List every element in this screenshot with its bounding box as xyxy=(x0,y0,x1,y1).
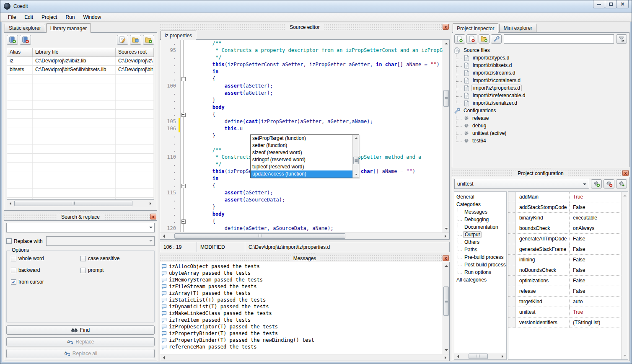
library-table[interactable]: AliasLibrary fileSources root izC:\Dev\d… xyxy=(7,48,154,200)
add-library-button[interactable] xyxy=(7,35,18,45)
category-others[interactable]: Others xyxy=(455,238,505,246)
inspector-filter-input[interactable] xyxy=(504,34,614,44)
category-pre-build-process[interactable]: Pre-build process xyxy=(455,253,505,261)
remove-library-button[interactable] xyxy=(20,35,31,45)
property-row[interactable]: releaseFalse xyxy=(508,286,621,297)
message-item[interactable]: izPropertyBinder(T) passed the newBindin… xyxy=(161,337,443,343)
fold-gutter[interactable] xyxy=(181,218,186,225)
column-header-library-file[interactable]: Library file xyxy=(33,48,116,57)
property-value[interactable]: (TStringList) xyxy=(570,318,621,328)
scroll-left-icon[interactable] xyxy=(7,200,13,207)
property-row[interactable]: boundsCheckonAlways xyxy=(508,223,621,234)
message-item[interactable]: izDynamicList(T) passed the tests xyxy=(161,303,443,310)
scroll-left-icon[interactable] xyxy=(160,354,167,361)
menu-item-run[interactable]: Run xyxy=(61,13,79,21)
completion-item[interactable]: updateAccess (function) xyxy=(251,170,352,178)
chevron-down-icon[interactable] xyxy=(149,227,153,230)
property-value[interactable]: onAlways xyxy=(570,223,621,233)
message-item[interactable]: izMemoryStream passed the tests xyxy=(161,276,443,283)
property-value[interactable]: False xyxy=(570,276,621,286)
fold-gutter[interactable] xyxy=(181,182,186,189)
scroll-up-icon[interactable] xyxy=(353,135,360,141)
menu-item-window[interactable]: Window xyxy=(79,13,105,21)
project-inspector-tree[interactable]: Source filesimport\iz\types.dimport\iz\b… xyxy=(452,45,629,146)
column-header-alias[interactable]: Alias xyxy=(7,48,33,57)
checkbox-case-sensitive[interactable]: case sensitive xyxy=(80,256,150,261)
property-row[interactable]: targetKindauto xyxy=(508,297,621,307)
messages-hscrollbar[interactable] xyxy=(160,354,449,361)
add-source-button[interactable] xyxy=(454,34,465,44)
category-categories[interactable]: Categories xyxy=(455,201,505,208)
property-row[interactable]: unittestTrue xyxy=(508,307,621,318)
table-row[interactable]: izC:\Dev\dproj\iz\lib\iz.libC:\Dev\dproj… xyxy=(7,57,154,66)
property-value[interactable]: executable xyxy=(570,213,621,223)
message-item[interactable]: izArray(T) passed the tests xyxy=(161,290,443,297)
tab-mini-explorer[interactable]: Mini explorer xyxy=(499,24,536,32)
column-header-sources-root[interactable]: Sources root xyxy=(116,48,154,57)
completion-item[interactable]: tupleof (reserved word) xyxy=(251,163,352,170)
code-area[interactable]: . /**95 * Constructs a property descript… xyxy=(160,40,443,232)
checkbox-whole-word[interactable]: whole word xyxy=(11,256,80,261)
checkbox-from-cursor[interactable]: ✔from cursor xyxy=(11,279,80,285)
search-input[interactable] xyxy=(6,223,155,232)
scroll-down-icon[interactable] xyxy=(443,226,449,232)
clone-configuration-button[interactable] xyxy=(616,179,627,188)
grid-vscrollbar[interactable] xyxy=(621,192,628,359)
checkbox-prompt[interactable]: prompt xyxy=(80,267,150,273)
menu-item-file[interactable]: File xyxy=(4,13,20,21)
scroll-right-icon[interactable] xyxy=(443,233,449,240)
replace-all-button[interactable]: bReplace all xyxy=(6,349,155,358)
clear-filter-button[interactable] xyxy=(616,34,627,44)
tree-item-import-iz-properties-d[interactable]: import\iz\properties.d xyxy=(454,84,627,92)
table-row[interactable]: bitsetsC:\Dev\dproj\bitSet\lib\bitsets.l… xyxy=(7,66,154,75)
property-row[interactable]: binaryKindexecutable xyxy=(508,213,621,223)
category-documentation[interactable]: Documentation xyxy=(455,223,505,231)
editor-vscrollbar[interactable] xyxy=(443,40,449,232)
restore-button[interactable] xyxy=(605,0,617,8)
completion-item[interactable]: sizeof (reserved word) xyxy=(251,149,352,156)
completion-item[interactable]: setter (function) xyxy=(251,142,352,149)
fold-gutter[interactable] xyxy=(181,75,186,83)
message-item[interactable]: izTreeItem passed the tests xyxy=(161,317,443,323)
remove-configuration-button[interactable] xyxy=(604,179,614,188)
property-value[interactable]: False xyxy=(570,202,621,212)
tab-iz-properties[interactable]: iz.properties xyxy=(161,31,196,40)
tree-item-import-iz-streams-d[interactable]: import\iz\streams.d xyxy=(454,69,627,77)
tree-item-debug[interactable]: debug xyxy=(454,122,627,129)
edit-library-button[interactable] xyxy=(117,35,128,45)
configuration-select[interactable]: unittest xyxy=(454,179,589,189)
message-item[interactable]: izFileStream passed the tests xyxy=(161,283,443,290)
find-button[interactable]: Find xyxy=(6,325,155,335)
minimize-button[interactable] xyxy=(593,0,605,8)
scroll-down-icon[interactable] xyxy=(443,347,449,354)
remove-source-button[interactable] xyxy=(466,34,477,44)
scroll-left-icon[interactable] xyxy=(160,233,167,240)
property-value[interactable]: True xyxy=(570,307,621,317)
replace-button[interactable]: bReplace xyxy=(6,337,155,346)
category-general[interactable]: General xyxy=(455,193,505,201)
message-item[interactable]: referenceMan passed the tests xyxy=(161,343,443,350)
scroll-right-icon[interactable] xyxy=(443,354,449,361)
message-item[interactable]: izStaticList(T) passed the tests xyxy=(161,297,443,303)
add-library-folder-button[interactable] xyxy=(143,35,154,45)
category-post-build-process[interactable]: Post-build process xyxy=(455,261,505,268)
tab-static-explorer[interactable]: Static explorer xyxy=(5,24,45,32)
tree-item-import-iz-serializer-d[interactable]: import\iz\serializer.d xyxy=(454,99,627,107)
tab-library-manager[interactable]: Library manager xyxy=(46,23,91,33)
project-configuration-close-button[interactable]: x xyxy=(622,170,629,176)
messages-list[interactable]: izAllocObject passed the testsubyteArray… xyxy=(160,262,443,354)
message-item[interactable]: ubyteArray passed the tests xyxy=(161,270,443,276)
scroll-up-icon[interactable] xyxy=(443,40,449,46)
library-table-hscrollbar[interactable] xyxy=(7,200,154,207)
property-value[interactable]: False xyxy=(570,244,621,254)
scroll-right-icon[interactable] xyxy=(500,353,506,360)
scroll-left-icon[interactable] xyxy=(454,353,461,360)
category-run-options[interactable]: Run options xyxy=(455,268,505,276)
property-row[interactable]: generateStackFrameFalse xyxy=(508,244,621,255)
tree-item-import-iz-containers-d[interactable]: import\iz\containers.d xyxy=(454,77,627,84)
close-button[interactable]: ✕ xyxy=(616,0,629,8)
checkbox-backward[interactable]: backward xyxy=(11,267,80,273)
messages-vscrollbar[interactable] xyxy=(443,262,449,354)
message-item[interactable]: izPropDescriptor(T) passed the tests xyxy=(161,323,443,330)
property-row[interactable]: addStackStompCodeFalse xyxy=(508,202,621,213)
